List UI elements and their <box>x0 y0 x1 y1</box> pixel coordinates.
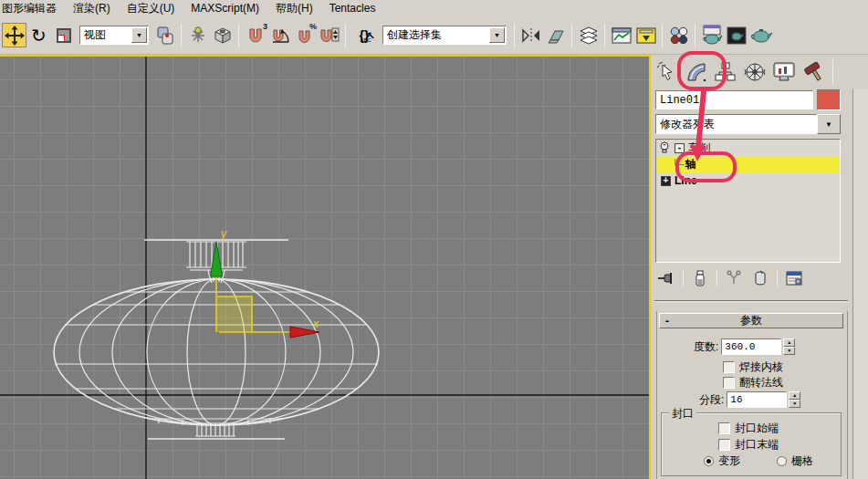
curve-editor-icon <box>611 26 633 45</box>
gizmo-xy-plane[interactable] <box>217 297 252 332</box>
scale-icon <box>57 28 71 43</box>
utilities-tab-icon <box>802 61 824 83</box>
render-setup-button[interactable] <box>699 23 724 47</box>
parameters-rollout: - 参数 度数: 360.0 ▲ ▼ 焊接内核 翻转法线 <box>656 311 848 479</box>
menu-help[interactable]: 帮助(H) <box>267 0 321 16</box>
snap-angle-button[interactable] <box>267 23 292 47</box>
tab-utilities[interactable] <box>800 59 825 85</box>
snap-percent-label: % <box>309 22 317 31</box>
stack-line-label: Line <box>675 174 697 187</box>
rollout-scroll-gutter[interactable] <box>852 89 868 479</box>
snap-3d-button[interactable]: 3 <box>243 23 267 47</box>
stack-toolbar <box>654 267 842 289</box>
align-button[interactable] <box>543 23 568 47</box>
render-button[interactable] <box>748 23 773 47</box>
select-move-button[interactable] <box>2 23 26 47</box>
morph-radio[interactable] <box>704 456 714 466</box>
tab-display[interactable] <box>771 59 796 85</box>
flip-normals-label: 翻转法线 <box>739 375 783 390</box>
spinner-up-icon[interactable]: ▲ <box>783 338 795 347</box>
configure-modifier-sets-button[interactable] <box>782 268 806 288</box>
morph-label: 变形 <box>718 453 740 469</box>
segments-field[interactable]: 16 <box>727 391 787 408</box>
select-manipulate-button[interactable] <box>185 23 210 47</box>
rollout-collapse-icon[interactable]: - <box>660 315 675 328</box>
menu-rendering[interactable]: 渲染(R) <box>65 0 119 16</box>
hierarchy-tab-icon <box>715 61 737 83</box>
chevron-down-icon[interactable]: ▼ <box>131 27 147 43</box>
degrees-spinner[interactable]: ▲ ▼ <box>783 338 795 355</box>
keyboard-override-button[interactable] <box>210 23 235 47</box>
magnet-3d-icon <box>247 27 264 44</box>
layer-manager-button[interactable] <box>576 23 601 47</box>
main-toolbar: ↻ 视图 ▼ <box>0 16 868 55</box>
modifier-list-arrow[interactable]: ▼ <box>817 114 841 134</box>
expand-box-icon[interactable]: + <box>661 176 671 186</box>
stack-row-lathe[interactable]: - 车削 <box>656 140 840 156</box>
cap-end-checkbox[interactable] <box>718 439 730 451</box>
named-selection-combo[interactable]: 创建选择集 ▼ <box>382 26 507 45</box>
tab-create[interactable] <box>654 59 679 85</box>
weld-core-checkbox[interactable] <box>723 361 735 373</box>
panel-divider <box>654 300 848 302</box>
object-name-field[interactable]: Line01 <box>655 90 813 109</box>
reference-coordinate-combo[interactable]: 视图 ▼ <box>79 26 149 45</box>
menu-maxscript[interactable]: MAXScript(M) <box>183 1 267 16</box>
modifier-list-dropdown[interactable]: 修改器列表 <box>655 114 817 134</box>
spinner-down-icon[interactable]: ▼ <box>789 400 800 408</box>
tab-modify[interactable] <box>684 59 708 85</box>
coord-system-value: 视图 <box>80 27 131 43</box>
object-color-swatch[interactable] <box>817 89 841 110</box>
select-scale-button[interactable] <box>51 23 76 47</box>
curve-editor-button[interactable] <box>609 23 633 47</box>
rendered-frame-icon <box>726 26 748 46</box>
viewport-front[interactable]: y x <box>0 55 651 479</box>
command-panel: Line01 修改器列表 ▼ - 车削 └┄ 轴 <box>651 55 868 479</box>
tab-hierarchy[interactable] <box>713 59 737 85</box>
cap-start-checkbox[interactable] <box>718 422 730 434</box>
manipulate-icon <box>188 26 208 46</box>
rendered-frame-button[interactable] <box>724 23 748 47</box>
menu-tentacles[interactable]: Tentacles <box>321 1 384 16</box>
flip-normals-checkbox[interactable] <box>723 377 735 389</box>
trash-icon <box>753 270 768 286</box>
degrees-field[interactable]: 360.0 <box>721 338 781 355</box>
keyboard-override-icon <box>212 26 234 46</box>
rotate-icon: ↻ <box>31 26 47 45</box>
chevron-down-icon: ▼ <box>825 120 832 129</box>
spinner-up-icon[interactable]: ▲ <box>789 391 800 400</box>
menu-graph-editors[interactable]: 图形编辑器 <box>0 0 65 16</box>
pin-stack-button[interactable] <box>654 268 678 288</box>
edit-named-selections-button[interactable]: {}↖ ABC <box>350 23 379 47</box>
show-end-result-button[interactable] <box>688 268 712 288</box>
select-rotate-button[interactable]: ↻ <box>26 23 51 47</box>
make-unique-button[interactable] <box>722 268 746 288</box>
chevron-down-icon[interactable]: ▼ <box>489 27 505 43</box>
cap-start-label: 封口始端 <box>735 421 779 436</box>
mirror-button[interactable] <box>518 23 543 47</box>
snap-spinner-button[interactable] <box>317 23 341 47</box>
menu-customize[interactable]: 自定义(U) <box>119 0 183 16</box>
grid-radio[interactable] <box>777 456 787 466</box>
material-editor-button[interactable] <box>666 23 691 47</box>
modifier-list-label: 修改器列表 <box>660 117 715 132</box>
grid-radio-label: 栅格 <box>791 453 813 469</box>
collapse-box-icon[interactable]: - <box>675 143 685 153</box>
spinner-down-icon[interactable]: ▼ <box>783 347 795 355</box>
use-pivot-center-button[interactable] <box>152 23 177 47</box>
axis-label-y: y <box>220 227 227 240</box>
segments-spinner[interactable]: ▲ ▼ <box>789 391 800 408</box>
bulb-icon[interactable] <box>659 141 670 154</box>
stack-row-axis[interactable]: └┄ 轴 <box>656 156 840 172</box>
magnet-angle-icon <box>270 26 290 45</box>
snap-percent-button[interactable]: % <box>292 23 317 47</box>
cap-groupbox: 封口 封口始端 封口末端 变形 栅格 <box>661 412 842 476</box>
stack-row-line[interactable]: + Line <box>656 172 840 189</box>
3dsmax-window: 图形编辑器 渲染(R) 自定义(U) MAXScript(M) 帮助(H) Te… <box>0 0 868 479</box>
schematic-view-button[interactable] <box>633 23 658 47</box>
parameters-rollout-header[interactable]: - 参数 <box>659 313 843 328</box>
menu-bar: 图形编辑器 渲染(R) 自定义(U) MAXScript(M) 帮助(H) Te… <box>0 0 868 16</box>
remove-modifier-button[interactable] <box>748 268 772 288</box>
command-panel-tabs <box>654 57 833 87</box>
tab-motion[interactable] <box>742 59 767 85</box>
